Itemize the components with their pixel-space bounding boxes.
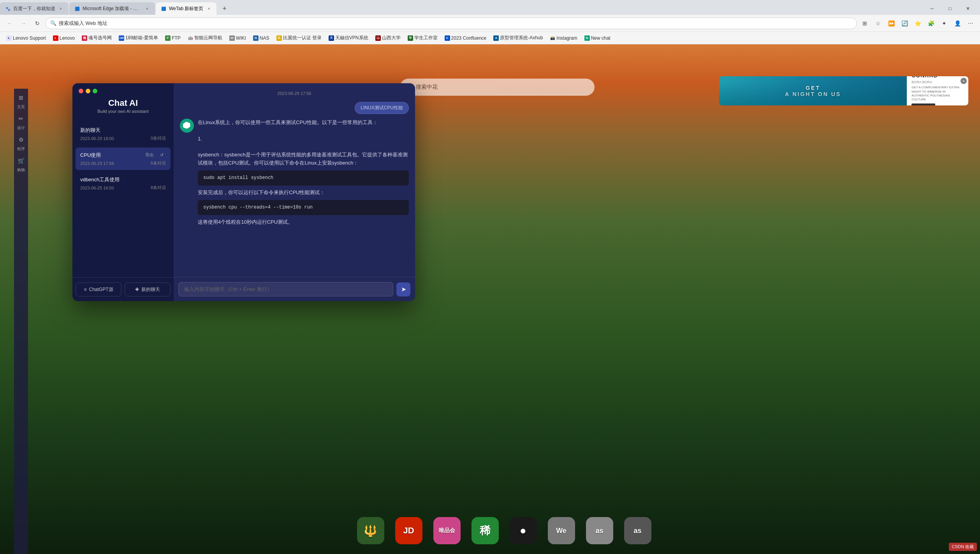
bookmark-hunhao[interactable]: 魂 魂号选号网 <box>79 33 115 43</box>
dock-item-as2[interactable]: as <box>620 513 655 548</box>
bookmark-favicon-189mail: 189 <box>119 35 124 41</box>
bookmark-newchat[interactable]: N New chat <box>581 33 614 43</box>
bookmark-auth[interactable]: 比 比翼统一认证 登录 <box>273 33 325 43</box>
chat-history-date-vdbench: 2023-06-25 16:50 <box>80 186 114 190</box>
favorites-bar-button[interactable]: ⭐ <box>911 17 924 30</box>
csdn-badge: CSDN 收藏 <box>949 543 977 551</box>
bookmark-wiki[interactable]: W WIKI <box>226 33 249 43</box>
tab-close-edge[interactable]: × <box>144 5 150 12</box>
chat-input-field[interactable] <box>178 282 393 296</box>
chat-export-button[interactable]: 导出 <box>143 151 156 159</box>
minimize-button[interactable]: ─ <box>923 2 941 15</box>
bookmark-label-cloud: 智能云网导航 <box>194 35 222 41</box>
chat-close-dot[interactable] <box>79 89 83 93</box>
bookmark-instagram[interactable]: 📸 Instagram <box>547 33 580 43</box>
dock-item-as1[interactable]: as <box>582 513 617 548</box>
dock-icon-0: 🔱 <box>357 517 384 544</box>
chat-history-item-new[interactable]: 新的聊天 2023-06-29 18:00 0条对话 <box>76 123 171 145</box>
chat-history-item-cpu[interactable]: CPU使用 导出 ↺ 2023-06-29 17:56 6条对话 <box>76 147 171 170</box>
sidebar-label-shopping: 购物 <box>17 167 25 173</box>
assistant-message: 在Linux系统上，你可以使用一些工具来测试CPU性能。以下是一些常用的工具： … <box>180 119 409 226</box>
bookmark-favicon-hunhao: 魂 <box>82 35 87 41</box>
toolbar-right: ⊞ ☆ ⏩ 🔄 ⭐ 🧩 ✦ 👤 ⋯ <box>859 17 977 30</box>
bookmark-nas[interactable]: N NAS <box>250 33 273 43</box>
chat-minimize-dot[interactable] <box>86 89 90 93</box>
chat-history-date-new: 2023-06-29 18:00 <box>80 136 114 141</box>
sidebar-item-group-home: ⊞ 主页 <box>15 92 27 110</box>
chat-refresh-button[interactable]: ↺ <box>158 152 166 158</box>
favorites-button[interactable]: ☆ <box>872 17 884 30</box>
tab-close-wetab[interactable]: × <box>206 5 212 12</box>
dock-item-we[interactable]: We <box>544 513 579 548</box>
bookmark-label-lenovo-support: Lenovo Support <box>13 35 46 41</box>
address-bar[interactable]: 🔍 搜索或输入 Web 地址 <box>45 18 857 29</box>
dock-item-jd[interactable]: JD <box>391 513 426 548</box>
bookmark-ftp[interactable]: F FTP <box>162 33 184 43</box>
bookmark-student[interactable]: 学 学生工作室 <box>405 33 441 43</box>
new-chat-button[interactable]: ✚ 新的聊天 <box>125 282 171 296</box>
dock-item-0[interactable]: 🔱 <box>353 513 388 548</box>
bookmark-axhub[interactable]: A 原型管理系统-Axhub <box>490 33 546 43</box>
ad-book-now-button[interactable]: BOOK NOW <box>911 103 935 105</box>
chat-history-actions-cpu: 导出 ↺ <box>143 151 166 159</box>
chatgpt-source-icon: ≡ <box>84 287 86 292</box>
bookmark-confluence[interactable]: C 2023 Confluence <box>442 33 490 43</box>
sidebar-icon-design[interactable]: ✏ <box>15 113 27 124</box>
bookmark-label-confluence: 2023 Confluence <box>451 35 487 41</box>
close-button[interactable]: ✕ <box>959 2 977 15</box>
bookmark-favicon-shanxi: 山 <box>375 35 381 41</box>
tab-edge-extensions[interactable]: 🟦 Microsoft Edge 加载项 - Wetab × <box>69 2 155 15</box>
bookmark-label-ftp: FTP <box>172 35 181 41</box>
tab-baidu[interactable]: 🐾 百度一下，你就知道 × <box>0 2 69 15</box>
bookmark-lenovo-support[interactable]: L Lenovo Support <box>3 33 49 43</box>
bookmark-favicon-auth: 比 <box>276 35 282 41</box>
bookmark-189mail[interactable]: 189 189邮箱-爱简单 <box>116 33 161 43</box>
collections-button[interactable]: ⏩ <box>885 17 897 30</box>
maximize-button[interactable]: □ <box>941 2 959 15</box>
bookmark-favicon-newchat: N <box>584 35 590 41</box>
back-button[interactable]: ← <box>3 17 16 30</box>
refresh-indicator[interactable]: 🔄 <box>898 17 911 30</box>
ad-close-button[interactable]: × <box>961 78 967 84</box>
chat-history-item-vdbench[interactable]: vdbench工具使用 2023-06-25 16:50 8条对话 <box>76 172 171 195</box>
sidebar-toggle-button[interactable]: ⊞ <box>859 17 871 30</box>
sidebar-icon-program[interactable]: ⚙ <box>15 134 27 146</box>
refresh-button[interactable]: ↻ <box>31 17 44 30</box>
forward-button[interactable]: → <box>17 17 30 30</box>
sidebar-icon-shopping[interactable]: 🛒 <box>15 155 27 167</box>
copilot-button[interactable]: ✦ <box>938 17 950 30</box>
sidebar-item-group-design: ✏ 设计 <box>15 113 27 131</box>
bookmark-vpn[interactable]: 天 天融信VPN系统 <box>325 33 371 43</box>
profile-button[interactable]: 👤 <box>951 17 964 30</box>
chat-maximize-dot[interactable] <box>93 89 97 93</box>
chat-send-button[interactable]: ➤ <box>396 282 410 296</box>
main-area: ⊞ 主页 ✏ 设计 ⚙ 程序 🛒 购物 🐾 搜索中花 GETA NIGHT ON… <box>14 44 980 554</box>
tab-title-edge: Microsoft Edge 加载项 - Wetab <box>83 5 142 12</box>
ad-banner: GETA NIGHT ON US CONRAD BORA BORA GET A … <box>719 76 968 105</box>
bg-search-bar[interactable]: 🐾 搜索中花 <box>400 79 595 96</box>
bookmark-shanxi[interactable]: 山 山西大学 <box>372 33 404 43</box>
bookmark-label-lenovo: Lenovo <box>60 35 75 41</box>
chat-history-title-new: 新的聊天 <box>80 127 166 134</box>
chat-history-count-vdbench: 8条对话 <box>151 185 166 191</box>
extensions-button[interactable]: 🧩 <box>925 17 937 30</box>
chatgpt-source-button[interactable]: ≡ ChatGPT源 <box>76 282 121 296</box>
chat-title: Chat AI <box>79 98 167 108</box>
chat-title-area: Chat AI Build your own AI assistant <box>72 96 174 120</box>
tab-wetab[interactable]: 🟦 WeTab 新标签页 × <box>156 2 216 15</box>
dock-item-steam[interactable]: ● <box>506 513 541 548</box>
toolbar: ← → ↻ 🔍 搜索或输入 Web 地址 ⊞ ☆ ⏩ 🔄 ⭐ 🧩 ✦ 👤 ⋯ <box>0 15 980 32</box>
code-text-install: sudo apt install sysbench <box>203 175 273 181</box>
bookmark-favicon-lenovo: L <box>53 35 58 41</box>
sidebar-icon-home[interactable]: ⊞ <box>15 92 27 103</box>
ad-sub-text: GET A COMPLIMENTARY EXTRA NIGHT TO IMMER… <box>911 86 964 102</box>
dock-item-xi[interactable]: 稀 <box>468 513 503 548</box>
dock-item-vipshop[interactable]: 唯品会 <box>429 513 464 548</box>
tab-close-baidu[interactable]: × <box>58 5 64 12</box>
new-tab-button[interactable]: + <box>219 3 230 14</box>
bookmark-cloud[interactable]: 🤖 智能云网导航 <box>185 33 225 43</box>
bookmark-lenovo[interactable]: L Lenovo <box>50 33 78 43</box>
code-block-install: sudo apt install sysbench <box>198 170 409 186</box>
menu-button[interactable]: ⋯ <box>964 17 977 30</box>
dock-icon-as1: as <box>586 517 613 544</box>
